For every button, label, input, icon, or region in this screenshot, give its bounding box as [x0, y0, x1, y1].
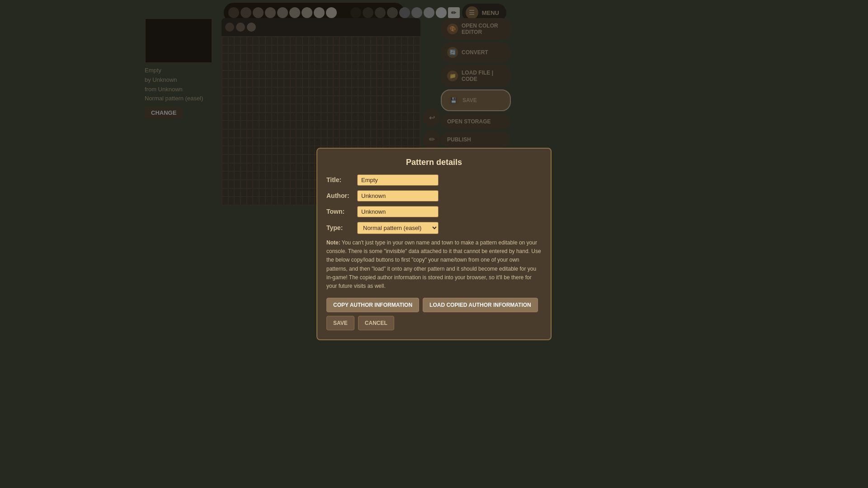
title-label: Title: [326, 176, 354, 183]
modal-save-button[interactable]: SAVE [326, 316, 354, 330]
load-copied-author-button[interactable]: LOAD COPIED AUTHOR INFORMATION [423, 298, 538, 312]
town-label: Town: [326, 208, 354, 215]
type-field: Type: Normal pattern (easel) Pro pattern… [326, 222, 542, 234]
type-label: Type: [326, 224, 354, 231]
author-label: Author: [326, 192, 354, 199]
modal-buttons: COPY AUTHOR INFORMATION LOAD COPIED AUTH… [326, 298, 542, 330]
modal-overlay: Pattern details Title: Author: Town: Typ… [0, 0, 868, 488]
pattern-details-modal: Pattern details Title: Author: Town: Typ… [316, 148, 552, 340]
author-input[interactable] [357, 190, 439, 202]
type-select[interactable]: Normal pattern (easel) Pro pattern Seaso… [357, 222, 439, 234]
title-field: Title: [326, 174, 542, 186]
author-field: Author: [326, 190, 542, 202]
note-text: You can't just type in your own name and… [326, 239, 541, 289]
copy-author-button[interactable]: COPY AUTHOR INFORMATION [326, 298, 419, 312]
town-input[interactable] [357, 206, 439, 217]
note-strong: Note: [326, 239, 340, 246]
modal-cancel-button[interactable]: CANCEL [358, 316, 394, 330]
town-field: Town: [326, 206, 542, 217]
modal-note: Note: You can't just type in your own na… [326, 239, 542, 291]
modal-title: Pattern details [326, 158, 542, 167]
title-input[interactable] [357, 174, 439, 186]
